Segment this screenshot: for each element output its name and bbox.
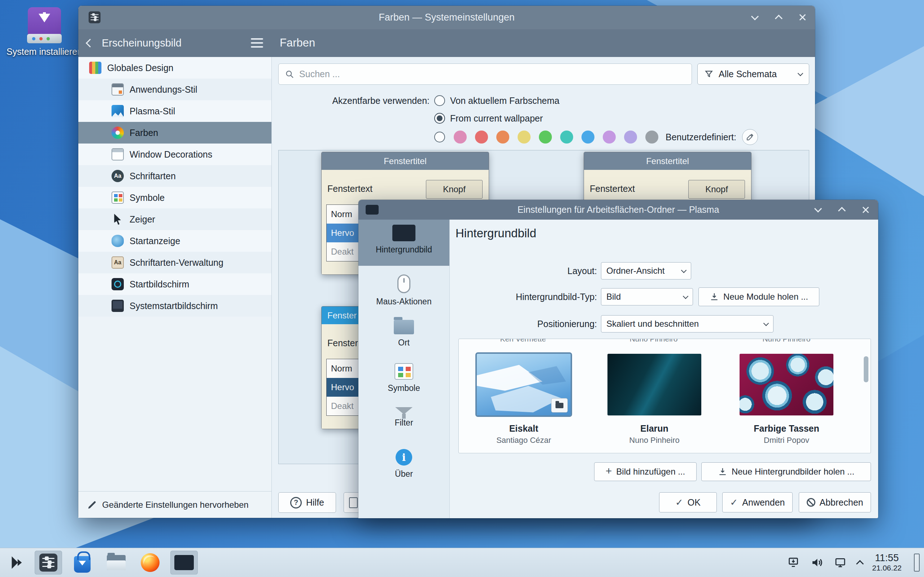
radio-from-wallpaper[interactable] bbox=[434, 113, 445, 124]
sidebar-item-label: Systemstartbildschirm bbox=[129, 301, 218, 311]
get-new-modules-button[interactable]: Neue Module holen ... bbox=[698, 287, 819, 306]
sidebar-item-schriftarten-verwaltung[interactable]: Aa Schriftarten-Verwaltung bbox=[78, 252, 271, 273]
schema-filter-dropdown[interactable]: Alle Schemata bbox=[697, 63, 809, 85]
sidebar-item-label: Plasma-Stil bbox=[129, 106, 175, 116]
download-icon bbox=[718, 467, 727, 476]
sidebar-item-label: Schriftarten-Verwaltung bbox=[129, 258, 223, 268]
maximize-button[interactable] bbox=[773, 12, 784, 23]
search-input[interactable] bbox=[299, 69, 685, 79]
dialog-tab-ueber[interactable]: i Über bbox=[359, 449, 449, 479]
taskbar-item-systemsettings[interactable] bbox=[35, 551, 62, 574]
accent-swatch-pink[interactable] bbox=[454, 131, 467, 143]
accent-swatch-red[interactable] bbox=[475, 131, 488, 143]
info-icon: i bbox=[396, 449, 412, 466]
dialog-tab-symbole[interactable]: Symbole bbox=[359, 363, 449, 393]
minimize-button[interactable] bbox=[813, 205, 823, 215]
sidebar-item-label: Globales Design bbox=[107, 63, 173, 73]
sidebar-item-symbole[interactable]: Symbole bbox=[78, 187, 271, 208]
sidebar-item-startanzeige[interactable]: Startanzeige bbox=[78, 230, 271, 252]
wallpaper-tile-eiskalt[interactable] bbox=[477, 354, 571, 416]
dialog-tab-ort[interactable]: Ort bbox=[359, 320, 449, 348]
accent-swatch-gray[interactable] bbox=[645, 131, 658, 143]
search-icon bbox=[285, 69, 294, 79]
sidebar-item-anwendungs-stil[interactable]: Anwendungs-Stil bbox=[78, 79, 271, 100]
app-launcher-button[interactable] bbox=[5, 551, 28, 574]
wallpaper-tile-farbige-tassen[interactable] bbox=[740, 354, 834, 416]
preview-titlebar: Fenstertitel bbox=[321, 152, 489, 170]
open-containing-folder-button[interactable] bbox=[551, 398, 568, 413]
sidebar-item-plasma-stil[interactable]: Plasma-Stil bbox=[78, 100, 271, 122]
layout-dropdown[interactable]: Ordner-Ansicht bbox=[601, 262, 691, 279]
sidebar-item-farben[interactable]: Farben bbox=[78, 122, 271, 143]
device-notifier-icon[interactable] bbox=[787, 556, 800, 569]
taskbar-item-file-manager[interactable] bbox=[102, 551, 130, 574]
back-icon[interactable] bbox=[86, 39, 94, 47]
help-button-label: Hilfe bbox=[306, 497, 324, 508]
taskbar-item-firefox[interactable] bbox=[136, 551, 164, 574]
minimize-button[interactable] bbox=[749, 12, 760, 23]
taskbar-item-desktop-settings[interactable] bbox=[170, 551, 198, 574]
sidebar-item-label: Anwendungs-Stil bbox=[129, 84, 197, 95]
accent-swatch-orange[interactable] bbox=[496, 131, 509, 143]
filter-funnel-icon bbox=[395, 407, 412, 414]
sidebar-item-window-decorations[interactable]: Window Decorations bbox=[78, 143, 271, 165]
sidebar-item-schriftarten[interactable]: Aa Schriftarten bbox=[78, 165, 271, 187]
accent-swatch-lavender[interactable] bbox=[624, 131, 637, 143]
add-image-button[interactable]: + Bild hinzufügen ... bbox=[594, 462, 696, 481]
accent-swatch-yellow[interactable] bbox=[518, 131, 531, 143]
accent-swatch-green[interactable] bbox=[539, 131, 552, 143]
volume-icon[interactable] bbox=[810, 556, 823, 569]
get-new-wallpapers-button[interactable]: Neue Hintergrundbilder holen ... bbox=[701, 462, 871, 481]
settings-sidebar: Globales Design Anwendungs-Stil Plasma-S… bbox=[78, 57, 272, 518]
expand-tray-icon[interactable] bbox=[856, 560, 864, 567]
footer-label: Geänderte Einstellungen hervorheben bbox=[102, 500, 249, 510]
header-strip: Erscheinungsbild Farben bbox=[78, 29, 815, 57]
cancel-button[interactable]: Abbrechen bbox=[799, 492, 871, 513]
wallpaper-name: Elarun bbox=[600, 423, 709, 434]
discover-icon bbox=[74, 556, 90, 573]
accent-swatch-purple[interactable] bbox=[603, 131, 616, 143]
menu-icon[interactable] bbox=[251, 38, 263, 48]
accent-swatch-blue[interactable] bbox=[582, 131, 594, 143]
dialog-tab-maus-aktionen[interactable]: Maus-Aktionen bbox=[359, 274, 449, 306]
dialog-title: Einstellungen für Arbeitsflächen-Ordner … bbox=[359, 205, 878, 215]
chevron-down-icon bbox=[798, 71, 803, 76]
radio-current-scheme-label[interactable]: Von aktuellem Farbschema bbox=[450, 95, 559, 106]
scrollbar[interactable] bbox=[864, 356, 868, 382]
search-field[interactable] bbox=[278, 63, 692, 85]
desktop-icon-install-system[interactable]: System installieren bbox=[6, 7, 82, 57]
color-picker-button[interactable] bbox=[742, 129, 758, 145]
preview-window-text: Fenstertext bbox=[590, 184, 635, 194]
sidebar-item-zeiger[interactable]: Zeiger bbox=[78, 208, 271, 230]
sidebar-item-globales-design[interactable]: Globales Design bbox=[78, 57, 271, 79]
radio-current-scheme[interactable] bbox=[434, 95, 445, 106]
wallpaper-tile-elarun[interactable] bbox=[607, 354, 701, 416]
sidebar-item-label: Startanzeige bbox=[129, 236, 180, 246]
close-button[interactable] bbox=[860, 205, 871, 215]
show-desktop-button[interactable] bbox=[914, 554, 920, 572]
apply-button[interactable]: ✓ Anwenden bbox=[722, 492, 793, 513]
dialog-titlebar[interactable]: Einstellungen für Arbeitsflächen-Ordner … bbox=[359, 200, 878, 220]
wallpaper-list[interactable]: Ken Vermette Nuno Pinheiro Nuno Pinheiro… bbox=[459, 338, 871, 453]
display-icon[interactable] bbox=[834, 556, 846, 569]
taskbar-item-discover[interactable] bbox=[69, 551, 96, 574]
sidebar-item-startbildschirm[interactable]: Startbildschirm bbox=[78, 273, 271, 295]
positioning-dropdown[interactable]: Skaliert und beschnitten bbox=[601, 315, 774, 332]
accent-swatch-teal[interactable] bbox=[560, 131, 573, 143]
window-titlebar[interactable]: Farben — Systemeinstellungen bbox=[78, 6, 815, 29]
wallpaper-name: Farbige Tassen bbox=[732, 423, 841, 434]
close-button[interactable] bbox=[797, 12, 808, 23]
chevron-down-icon bbox=[763, 320, 769, 326]
highlight-changed-settings[interactable]: Geänderte Einstellungen hervorheben bbox=[78, 491, 271, 518]
digital-clock[interactable]: 11:55 21.06.22 bbox=[872, 553, 901, 572]
radio-from-wallpaper-label[interactable]: From current wallpaper bbox=[450, 113, 543, 124]
window-decorations-icon bbox=[111, 148, 124, 161]
ok-button[interactable]: ✓ OK bbox=[659, 492, 717, 513]
wallpaper-type-dropdown[interactable]: Bild bbox=[601, 288, 693, 305]
maximize-button[interactable] bbox=[836, 205, 847, 215]
dialog-tab-hintergrundbild[interactable]: Hintergrundbild bbox=[359, 220, 449, 266]
radio-no-accent[interactable] bbox=[434, 132, 445, 142]
help-button[interactable]: ? Hilfe bbox=[278, 492, 336, 513]
sidebar-item-systemstartbildschirm[interactable]: Systemstartbildschirm bbox=[78, 295, 271, 317]
dialog-tab-filter[interactable]: Filter bbox=[359, 407, 449, 428]
